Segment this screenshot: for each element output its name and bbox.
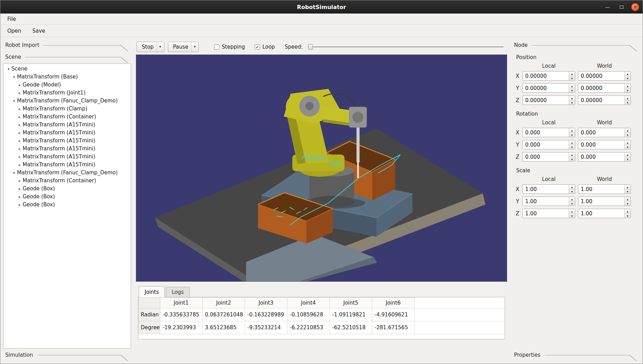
position-x-world-spinbox[interactable]: 0.00000 ▲▼ [578,71,631,81]
spin-up-button[interactable]: ▲ [625,185,630,189]
spin-down-button[interactable]: ▼ [569,189,575,193]
tree-expander-icon[interactable]: ▸ [17,129,23,137]
spin-down-button[interactable]: ▼ [625,133,630,137]
spin-up-button[interactable]: ▲ [625,197,630,201]
tree-expander-icon[interactable]: ▸ [17,81,23,89]
spin-up-button[interactable]: ▲ [625,128,630,133]
spin-buttons[interactable]: ▲▼ [624,185,630,193]
tree-item[interactable]: ▸MatrixTransform (A15Tmini) [3,161,131,169]
titlebar[interactable]: RobotSimulator — ✕ [0,0,643,14]
scale-y-world-spinbox[interactable]: 1.00 ▲▼ [578,197,631,206]
stepping-checkbox[interactable]: Stepping [214,44,245,50]
tree-item[interactable]: ▸Geode (Box) [3,185,131,193]
spin-buttons[interactable]: ▲▼ [569,185,575,193]
open-button[interactable]: Open [6,27,23,35]
tree-expander-icon[interactable]: ▸ [17,89,23,97]
tree-item[interactable]: ▸MatrixTransform (Clamp) [3,105,131,113]
tree-expander-icon[interactable]: ▸ [17,105,23,113]
spin-down-button[interactable]: ▼ [569,100,575,105]
save-button[interactable]: Save [31,27,47,35]
tree-item[interactable]: ▸MatrixTransform (A15Tmini) [3,137,131,145]
spin-buttons[interactable]: ▲▼ [624,197,630,206]
spin-up-button[interactable]: ▲ [569,96,575,100]
3d-viewport[interactable] [136,55,507,282]
spin-buttons[interactable]: ▲▼ [569,84,575,92]
tree-item[interactable]: ▸MatrixTransform (Container) [3,177,131,185]
menu-file[interactable]: File [5,15,18,23]
tree-item[interactable]: ▾MatrixTransform (Fanuc_Clamp_Demo) [3,97,131,105]
spin-down-button[interactable]: ▼ [625,88,630,92]
spin-up-button[interactable]: ▲ [569,197,575,201]
tree-item[interactable]: ▸MatrixTransform (A15Tmini) [3,121,131,129]
tree-expander-icon[interactable]: ▸ [17,161,23,169]
spin-up-button[interactable]: ▲ [625,84,630,88]
tree-expander-icon[interactable]: ▸ [17,185,23,193]
tree-expander-icon[interactable]: ▸ [17,193,23,201]
tree-expander-icon[interactable]: ▾ [6,65,11,73]
spin-buttons[interactable]: ▲▼ [569,197,575,206]
tree-item[interactable]: ▸MatrixTransform (Joint1) [3,89,131,97]
tree-item[interactable]: ▸MatrixTransform (A15Tmini) [3,153,131,161]
spin-buttons[interactable]: ▲▼ [569,209,575,218]
spin-buttons[interactable]: ▲▼ [624,140,630,149]
spin-up-button[interactable]: ▲ [569,185,575,189]
minimize-button[interactable]: — [603,3,612,11]
chevron-down-icon[interactable]: ▼ [191,42,196,52]
spin-down-button[interactable]: ▼ [625,201,630,206]
spin-up-button[interactable]: ▲ [625,152,630,157]
pause-button[interactable]: Pause ▼ [168,42,199,52]
spin-buttons[interactable]: ▲▼ [569,96,575,105]
tree-expander-icon[interactable]: ▾ [11,73,17,81]
section-header-robot-import[interactable]: Robot Import [3,39,131,51]
spin-down-button[interactable]: ▼ [569,133,575,137]
rotation-z-world-spinbox[interactable]: 0.000 ▲▼ [578,152,631,162]
scene-tree[interactable]: ▾Scene ▾MatrixTransform (Base) ▸Geode (M… [3,64,131,348]
scale-x-world-spinbox[interactable]: 1.00 ▲▼ [578,184,631,194]
spin-up-button[interactable]: ▲ [625,209,630,214]
speed-slider[interactable] [308,43,504,50]
rotation-z-local-spinbox[interactable]: 0.000 ▲▼ [522,152,575,162]
stop-button[interactable]: Stop ▼ [137,42,164,52]
spin-down-button[interactable]: ▼ [569,76,575,80]
checkbox-box[interactable]: ✓ [255,44,260,50]
position-z-local-spinbox[interactable]: 0.00000 ▲▼ [522,96,575,105]
position-x-local-spinbox[interactable]: 0.00000 ▲▼ [522,71,575,81]
spin-down-button[interactable]: ▼ [625,157,630,161]
spin-down-button[interactable]: ▼ [569,157,575,161]
spin-up-button[interactable]: ▲ [625,72,630,76]
tree-expander-icon[interactable]: ▸ [17,145,23,153]
spin-buttons[interactable]: ▲▼ [569,72,575,80]
spin-down-button[interactable]: ▼ [569,214,575,218]
spin-buttons[interactable]: ▲▼ [569,152,575,161]
section-header-node[interactable]: Node [512,39,640,51]
position-y-world-spinbox[interactable]: 0.00000 ▲▼ [578,83,631,93]
spin-down-button[interactable]: ▼ [625,145,630,149]
spin-up-button[interactable]: ▲ [569,84,575,88]
loop-checkbox[interactable]: ✓ Loop [255,44,275,50]
spin-up-button[interactable]: ▲ [569,128,575,133]
scale-x-local-spinbox[interactable]: 1.00 ▲▼ [522,184,575,194]
spin-buttons[interactable]: ▲▼ [569,128,575,137]
spin-up-button[interactable]: ▲ [569,152,575,157]
spin-up-button[interactable]: ▲ [625,140,630,145]
tree-item[interactable]: ▸Geode (Model) [3,81,131,89]
section-header-simulation[interactable]: Simulation [3,349,131,361]
tree-expander-icon[interactable]: ▸ [17,113,23,121]
tree-item[interactable]: ▸Geode (Box) [3,201,131,209]
rotation-x-world-spinbox[interactable]: 0.000 ▲▼ [578,128,631,137]
tab-joints[interactable]: Joints [139,286,165,297]
scale-z-local-spinbox[interactable]: 1.00 ▲▼ [522,209,575,218]
scale-z-world-spinbox[interactable]: 1.00 ▲▼ [578,209,631,218]
tree-item[interactable]: ▾Scene [3,65,131,73]
spin-down-button[interactable]: ▼ [625,214,630,218]
position-y-local-spinbox[interactable]: 0.00000 ▲▼ [522,83,575,93]
spin-buttons[interactable]: ▲▼ [624,84,630,92]
tree-item[interactable]: ▾MatrixTransform (Fanuc_Clamp_Demo) [3,169,131,177]
tab-logs[interactable]: Logs [166,287,190,297]
rotation-y-world-spinbox[interactable]: 0.000 ▲▼ [578,140,631,149]
spin-buttons[interactable]: ▲▼ [569,140,575,149]
tree-item[interactable]: ▸Geode (Box) [3,193,131,201]
section-header-properties[interactable]: Properties [512,349,640,361]
tree-expander-icon[interactable]: ▸ [17,137,23,145]
spin-up-button[interactable]: ▲ [569,140,575,145]
